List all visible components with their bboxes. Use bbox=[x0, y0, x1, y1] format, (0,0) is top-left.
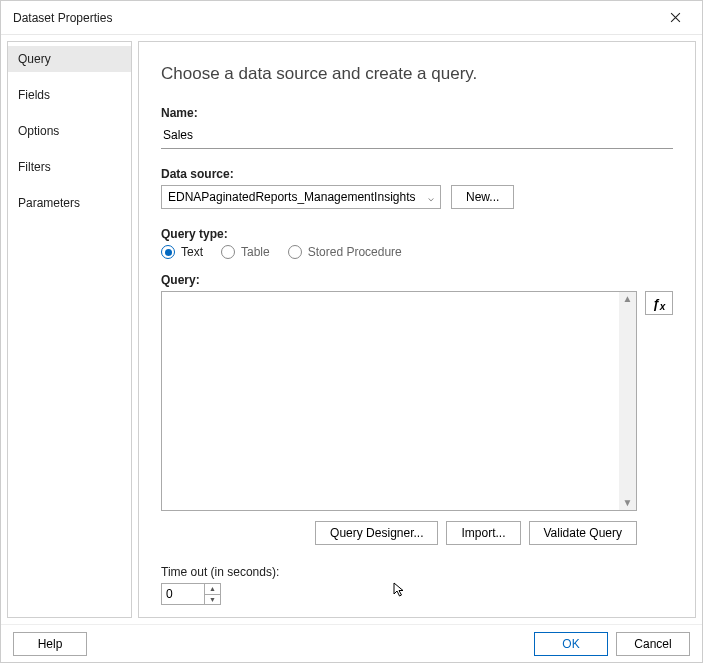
name-input[interactable] bbox=[161, 124, 673, 149]
datasource-select[interactable]: EDNAPaginatedReports_ManagementInsights … bbox=[161, 185, 441, 209]
close-icon bbox=[670, 12, 681, 23]
sidebar-item-filters[interactable]: Filters bbox=[8, 154, 131, 180]
sidebar: Query Fields Options Filters Parameters bbox=[7, 41, 132, 618]
sidebar-item-label: Query bbox=[18, 52, 51, 66]
query-designer-button[interactable]: Query Designer... bbox=[315, 521, 438, 545]
radio-label: Stored Procedure bbox=[308, 245, 402, 259]
radio-icon bbox=[288, 245, 302, 259]
sidebar-item-parameters[interactable]: Parameters bbox=[8, 190, 131, 216]
querytype-label: Query type: bbox=[161, 227, 673, 241]
ok-button[interactable]: OK bbox=[534, 632, 608, 656]
timeout-input[interactable] bbox=[162, 584, 204, 604]
validate-query-button[interactable]: Validate Query bbox=[529, 521, 638, 545]
scroll-up-icon[interactable]: ▲ bbox=[623, 294, 633, 304]
titlebar: Dataset Properties bbox=[1, 1, 702, 35]
dialog-body: Query Fields Options Filters Parameters … bbox=[1, 35, 702, 624]
fx-icon: ƒx bbox=[653, 296, 666, 311]
cancel-button[interactable]: Cancel bbox=[616, 632, 690, 656]
expression-button[interactable]: ƒx bbox=[645, 291, 673, 315]
radio-icon bbox=[161, 245, 175, 259]
sidebar-item-label: Filters bbox=[18, 160, 51, 174]
sidebar-item-label: Parameters bbox=[18, 196, 80, 210]
radio-stored-procedure[interactable]: Stored Procedure bbox=[288, 245, 402, 259]
datasource-value: EDNAPaginatedReports_ManagementInsights bbox=[168, 190, 415, 204]
querytype-radios: Text Table Stored Procedure bbox=[161, 245, 673, 259]
spin-up-icon[interactable]: ▲ bbox=[205, 584, 220, 595]
name-label: Name: bbox=[161, 106, 673, 120]
datasource-label: Data source: bbox=[161, 167, 673, 181]
sidebar-item-query[interactable]: Query bbox=[8, 46, 131, 72]
radio-text[interactable]: Text bbox=[161, 245, 203, 259]
sidebar-item-label: Options bbox=[18, 124, 59, 138]
scroll-down-icon[interactable]: ▼ bbox=[623, 498, 633, 508]
spin-down-icon[interactable]: ▼ bbox=[205, 595, 220, 605]
radio-label: Table bbox=[241, 245, 270, 259]
timeout-spinner[interactable]: ▲ ▼ bbox=[161, 583, 221, 605]
close-button[interactable] bbox=[658, 1, 692, 35]
sidebar-item-label: Fields bbox=[18, 88, 50, 102]
scrollbar[interactable]: ▲ ▼ bbox=[619, 292, 636, 510]
new-datasource-button[interactable]: New... bbox=[451, 185, 514, 209]
sidebar-item-fields[interactable]: Fields bbox=[8, 82, 131, 108]
sidebar-item-options[interactable]: Options bbox=[8, 118, 131, 144]
query-label: Query: bbox=[161, 273, 673, 287]
chevron-down-icon: ⌵ bbox=[428, 192, 434, 203]
help-button[interactable]: Help bbox=[13, 632, 87, 656]
radio-icon bbox=[221, 245, 235, 259]
page-heading: Choose a data source and create a query. bbox=[161, 64, 673, 84]
main-panel: Choose a data source and create a query.… bbox=[138, 41, 696, 618]
window-title: Dataset Properties bbox=[13, 11, 658, 25]
import-button[interactable]: Import... bbox=[446, 521, 520, 545]
dialog-window: Dataset Properties Query Fields Options … bbox=[0, 0, 703, 663]
footer: Help OK Cancel bbox=[1, 624, 702, 662]
radio-label: Text bbox=[181, 245, 203, 259]
timeout-label: Time out (in seconds): bbox=[161, 565, 673, 579]
query-textarea[interactable]: ▲ ▼ bbox=[161, 291, 637, 511]
radio-table[interactable]: Table bbox=[221, 245, 270, 259]
